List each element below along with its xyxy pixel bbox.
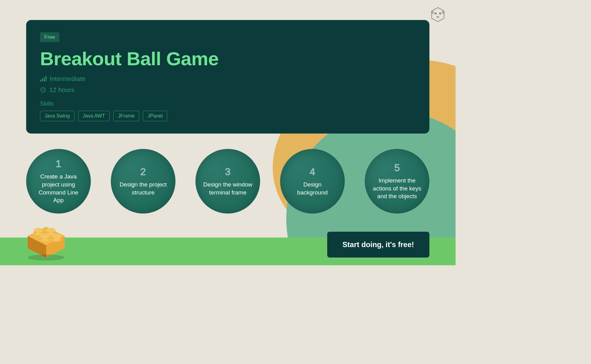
svg-marker-0	[432, 8, 444, 22]
skill-chip[interactable]: JPanel	[143, 111, 167, 121]
step-text: Create a Java project using Command Line…	[34, 173, 83, 204]
free-badge: Free	[40, 32, 59, 42]
level-icon	[40, 76, 46, 82]
svg-point-12	[28, 254, 65, 261]
skill-chip[interactable]: Java AWT	[78, 111, 110, 121]
step-circle-5[interactable]: 5 Implement the actions of the keys and …	[365, 149, 429, 214]
step-number: 1	[56, 158, 61, 170]
start-cta-button[interactable]: Start doing, it's free!	[327, 232, 429, 258]
skill-chip[interactable]: Java Swing	[40, 111, 74, 121]
step-number: 5	[394, 162, 400, 174]
svg-point-3	[432, 11, 434, 13]
step-text: Design background	[288, 181, 337, 196]
level-row: Intermediate	[40, 75, 416, 82]
step-circle-2[interactable]: 2 Design the project structure	[111, 149, 175, 214]
svg-point-2	[440, 13, 441, 14]
duration-row: 12 hours	[40, 86, 416, 94]
svg-point-1	[435, 13, 436, 14]
svg-point-21	[40, 234, 49, 239]
step-circle-4[interactable]: 4 Design background	[280, 149, 345, 214]
step-text: Design the window terminal frame	[203, 181, 252, 196]
duration-text: 12 hours	[49, 86, 74, 94]
level-text: Intermediate	[50, 75, 86, 82]
course-header-card: Free Breakout Ball Game Intermediate 12 …	[26, 20, 429, 134]
svg-point-4	[442, 11, 444, 13]
lego-brick-icon	[22, 218, 71, 261]
svg-point-15	[34, 228, 43, 233]
step-circle-3[interactable]: 3 Design the window terminal frame	[195, 149, 260, 214]
svg-point-18	[46, 228, 55, 233]
step-text: Implement the actions of the keys and th…	[372, 177, 422, 200]
step-text: Design the project structure	[119, 181, 168, 196]
steps-row: 1 Create a Java project using Command Li…	[26, 149, 429, 214]
clock-icon	[40, 87, 46, 93]
skills-row: Java Swing Java AWT JFrame JPanel	[40, 111, 416, 121]
step-circle-1[interactable]: 1 Create a Java project using Command Li…	[26, 149, 91, 214]
brand-logo-icon	[429, 6, 446, 23]
svg-point-24	[52, 234, 62, 239]
skill-chip[interactable]: JFrame	[113, 111, 139, 121]
step-number: 4	[310, 166, 315, 178]
step-number: 3	[225, 166, 231, 178]
step-number: 2	[140, 166, 146, 178]
course-title: Breakout Ball Game	[40, 48, 416, 70]
skills-label: Skills	[40, 100, 416, 107]
